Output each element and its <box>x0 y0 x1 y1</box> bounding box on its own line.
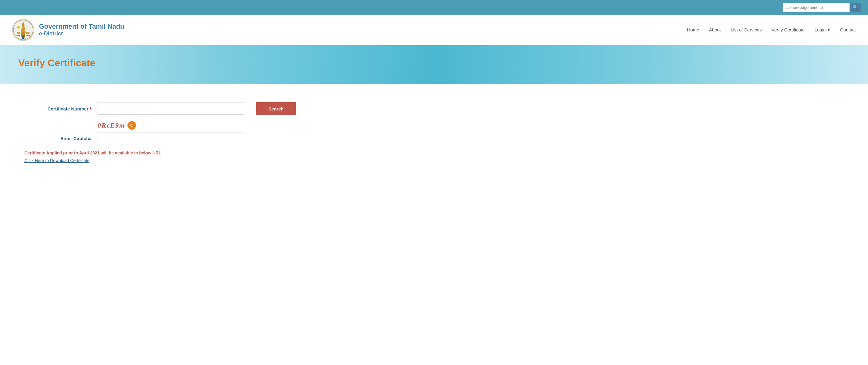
svg-rect-6 <box>21 30 25 31</box>
logo-area: Government of Tamil Nadu e-District <box>12 19 124 41</box>
certificate-number-input[interactable] <box>98 102 244 115</box>
svg-point-10 <box>26 31 30 34</box>
nav-link-list-of-services[interactable]: List of Services <box>731 27 762 32</box>
nav-item-verify-certificate[interactable]: Verify Certificate <box>771 27 805 33</box>
svg-rect-4 <box>22 27 25 29</box>
download-certificate-link[interactable]: Click Here to Download Certificate <box>24 158 89 163</box>
nav-item-home[interactable]: Home <box>687 27 699 33</box>
nav-link-home[interactable]: Home <box>687 27 699 32</box>
captcha-display-row: 0RcE9m ↻ <box>24 121 299 130</box>
captcha-refresh-button[interactable]: ↻ <box>127 121 136 130</box>
captcha-label: Enter Captcha <box>24 136 92 141</box>
logo-emblem <box>12 19 34 41</box>
notice-block: Certificate Applied prior to April 2021 … <box>24 150 299 163</box>
search-button[interactable]: Search <box>256 102 296 115</box>
search-icon: 🔍 <box>853 5 858 10</box>
logo-title-line1: Government of Tamil Nadu <box>39 23 124 31</box>
svg-rect-3 <box>22 25 25 27</box>
required-marker: * <box>90 106 92 112</box>
nav-item-about[interactable]: About <box>709 27 721 33</box>
acknowledgement-search-input[interactable] <box>783 3 850 12</box>
nav-link-about[interactable]: About <box>709 27 721 32</box>
verify-certificate-form: Certificate Number * Search 0RcE9m ↻ Ent… <box>24 102 299 163</box>
captcha-input-row: Enter Captcha <box>24 132 299 144</box>
svg-point-8 <box>17 26 20 29</box>
captcha-display: 0RcE9m ↻ <box>98 121 136 130</box>
header: Government of Tamil Nadu e-District Home… <box>0 14 868 45</box>
download-certificate-link-container: Click Here to Download Certificate <box>24 158 299 163</box>
logo-title-line2: e-District <box>39 31 124 37</box>
notice-text: Certificate Applied prior to April 2021 … <box>24 150 299 155</box>
refresh-icon: ↻ <box>130 123 133 128</box>
svg-rect-7 <box>21 31 25 33</box>
nav-item-list-of-services[interactable]: List of Services <box>731 27 762 33</box>
certificate-number-label: Certificate Number * <box>24 106 92 112</box>
captcha-value: 0RcE9m <box>98 121 125 129</box>
svg-point-9 <box>17 31 21 34</box>
nav-item-login[interactable]: Login ▼ <box>815 27 831 32</box>
acknowledgement-search-button[interactable]: 🔍 <box>850 3 861 12</box>
logo-text: Government of Tamil Nadu e-District <box>39 23 124 37</box>
page-title: Verify Certificate <box>18 57 95 69</box>
captcha-input[interactable] <box>98 132 244 144</box>
hero-banner: Verify Certificate <box>0 45 868 84</box>
nav-link-verify-certificate[interactable]: Verify Certificate <box>771 27 805 32</box>
login-dropdown-arrow: ▼ <box>827 28 830 32</box>
nav-item-contact[interactable]: Contact <box>840 27 856 33</box>
certificate-number-row: Certificate Number * Search <box>24 102 299 115</box>
search-box: 🔍 <box>783 3 861 12</box>
main-nav: Home About List of Services Verify Certi… <box>687 27 856 33</box>
nav-link-contact[interactable]: Contact <box>840 27 856 32</box>
svg-rect-5 <box>21 29 25 30</box>
nav-link-login[interactable]: Login ▼ <box>815 27 831 32</box>
main-content: Certificate Number * Search 0RcE9m ↻ Ent… <box>0 84 868 206</box>
top-bar: 🔍 <box>0 0 868 14</box>
